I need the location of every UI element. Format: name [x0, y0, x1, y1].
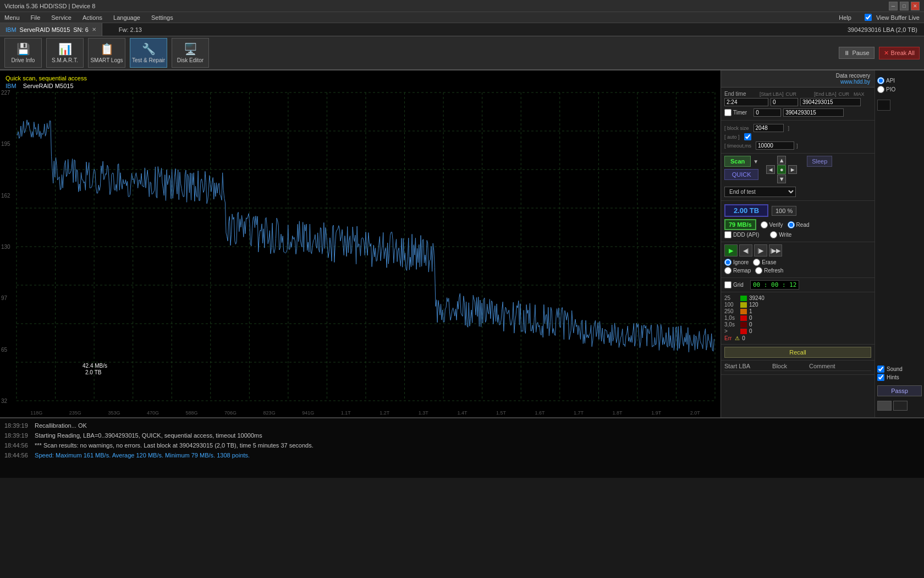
ignore-radio-label[interactable]: Ignore: [724, 259, 749, 266]
menu-service[interactable]: Service: [49, 13, 74, 22]
maximize-button[interactable]: □: [900, 2, 909, 10]
right-panel: Data recovery www.hdd.by End time [Start…: [721, 70, 875, 417]
refresh-radio[interactable]: [755, 267, 762, 274]
timer-end-input[interactable]: [783, 108, 844, 117]
api-radio-label[interactable]: API: [877, 77, 922, 84]
write-radio-label[interactable]: Write: [770, 231, 791, 238]
break-all-button[interactable]: ✕ Break All: [879, 47, 920, 59]
read-radio-label[interactable]: Read: [788, 221, 810, 228]
recall-button[interactable]: Recall: [724, 347, 871, 358]
grid-timer-section: Grid 00 : 00 : 12: [721, 278, 875, 292]
timer-checkbox-label[interactable]: Timer: [724, 109, 747, 116]
stat-3s-block: [740, 322, 747, 328]
timeout-close: ]: [796, 143, 798, 149]
play-button[interactable]: ▶: [724, 244, 738, 257]
window-title: Victoria 5.36 HDD/SSD | Device 8: [4, 3, 95, 9]
auto-bracket: [ auto ]: [724, 134, 740, 140]
tab-close[interactable]: ✕: [92, 26, 96, 32]
start-lba-label: [Start LBA]: [760, 91, 784, 97]
dir-up-btn[interactable]: ▲: [777, 156, 786, 165]
dir-down-btn[interactable]: ▼: [777, 175, 786, 183]
menu-language[interactable]: Language: [111, 13, 142, 22]
ddd-api-label[interactable]: DDD (API): [724, 231, 759, 238]
refresh-radio-label[interactable]: Refresh: [755, 267, 783, 274]
verify-radio[interactable]: [761, 221, 768, 228]
step-forward-button[interactable]: |▶: [754, 244, 767, 257]
scan-dropdown-arrow[interactable]: ▼: [753, 159, 758, 165]
pause-button[interactable]: ⏸ Pause: [839, 47, 874, 59]
dir-center-btn[interactable]: ●: [777, 165, 786, 174]
menu-menu[interactable]: Menu: [2, 13, 22, 22]
dir-left-btn[interactable]: ◄: [766, 165, 775, 174]
toolbar: 💾 Drive Info 📊 S.M.A.R.T. 📋 SMART Logs 🔧…: [0, 36, 924, 70]
block-size-input[interactable]: [754, 124, 784, 132]
sleep-button[interactable]: Sleep: [807, 156, 832, 167]
data-recovery-site: www.hdd.by: [725, 79, 870, 85]
tab-fw: Fw: 2.13: [119, 26, 142, 33]
chart-vendor: IBM: [6, 83, 16, 89]
skip-forward-button[interactable]: |▶▶: [769, 244, 782, 257]
view-buffer-live[interactable]: View Buffer Live: [865, 13, 922, 22]
read-radio[interactable]: [788, 221, 795, 228]
remap-radio-label[interactable]: Remap: [724, 267, 751, 274]
scan-button[interactable]: Scan: [724, 156, 751, 167]
ignore-radio[interactable]: [724, 259, 732, 266]
col-start-lba: Start LBA: [724, 363, 750, 369]
passp-button[interactable]: Passp: [877, 385, 922, 396]
smart-logs-icon: 📋: [100, 42, 114, 56]
log-text-2: *** Scan results: no warnings, no errors…: [35, 442, 314, 449]
ddd-api-checkbox[interactable]: [724, 231, 732, 238]
stat-100-block: [740, 302, 747, 308]
menu-file[interactable]: File: [29, 13, 43, 22]
erase-radio-label[interactable]: Erase: [753, 259, 776, 266]
sound-checkbox[interactable]: [877, 366, 884, 373]
data-recovery-header: Data recovery www.hdd.by: [721, 70, 875, 88]
cur2-label: CUR: [839, 91, 850, 97]
disk-editor-button[interactable]: 🖥️ Disk Editor: [172, 38, 209, 68]
quick-button[interactable]: QUICK: [724, 169, 758, 180]
color-btn-1[interactable]: [877, 401, 892, 411]
menu-settings[interactable]: Settings: [149, 13, 175, 22]
smart-logs-button[interactable]: 📋 SMART Logs: [88, 38, 125, 68]
pio-radio-label[interactable]: PIO: [877, 86, 922, 93]
erase-radio[interactable]: [753, 259, 760, 266]
stat-gt-block: [740, 329, 747, 334]
smart-button[interactable]: 📊 S.M.A.R.T.: [46, 38, 84, 68]
end-lba-input[interactable]: [800, 98, 861, 106]
device-tab[interactable]: IBM ServeRAID M5015 SN: 6 ✕: [0, 23, 102, 36]
drive-info-button[interactable]: 💾 Drive Info: [4, 38, 42, 68]
help-link[interactable]: Help: [837, 13, 854, 22]
write-radio[interactable]: [770, 231, 777, 238]
dir-right-btn[interactable]: ►: [788, 165, 797, 174]
sound-label: Sound: [887, 366, 903, 372]
end-time-input[interactable]: [724, 98, 768, 106]
minimize-button[interactable]: ─: [889, 2, 898, 10]
grid-checkbox-label[interactable]: Grid: [724, 281, 744, 288]
color-btn-2[interactable]: [893, 401, 908, 411]
api-radio[interactable]: [877, 77, 884, 84]
end-of-test-dropdown[interactable]: End of test: [724, 187, 796, 197]
table-section: Start LBA Block Comment: [721, 361, 875, 375]
stat-25-block: [740, 296, 747, 301]
scan-section: Scan ▼ QUICK ▲ ◄ ● ► ▼ Sleep: [721, 154, 875, 201]
step-back-button[interactable]: ◀|: [739, 244, 752, 257]
view-buffer-live-checkbox[interactable]: [865, 14, 872, 21]
drive-info-label: Drive Info: [12, 57, 35, 63]
pio-radio[interactable]: [877, 86, 884, 93]
start-lba-input[interactable]: [771, 98, 798, 106]
grid-checkbox[interactable]: [724, 281, 732, 288]
verify-radio-label[interactable]: Verify: [761, 221, 783, 228]
close-button[interactable]: ✕: [911, 2, 920, 10]
remap-radio[interactable]: [724, 267, 732, 274]
tab-vendor: IBM: [6, 26, 16, 33]
titlebar: Victoria 5.36 HDD/SSD | Device 8 ─ □ ✕: [0, 0, 924, 12]
auto-checkbox[interactable]: [744, 133, 751, 140]
timeout-input[interactable]: [756, 141, 794, 150]
menu-actions[interactable]: Actions: [80, 13, 105, 22]
timer-input[interactable]: [754, 108, 781, 117]
test-repair-button[interactable]: 🔧 Test & Repair: [130, 38, 167, 68]
timer-checkbox[interactable]: [724, 109, 732, 116]
main-content: Quick scan, sequential access IBM ServeR…: [0, 70, 924, 417]
col-block: Block: [772, 363, 787, 369]
hints-checkbox[interactable]: [877, 374, 884, 381]
